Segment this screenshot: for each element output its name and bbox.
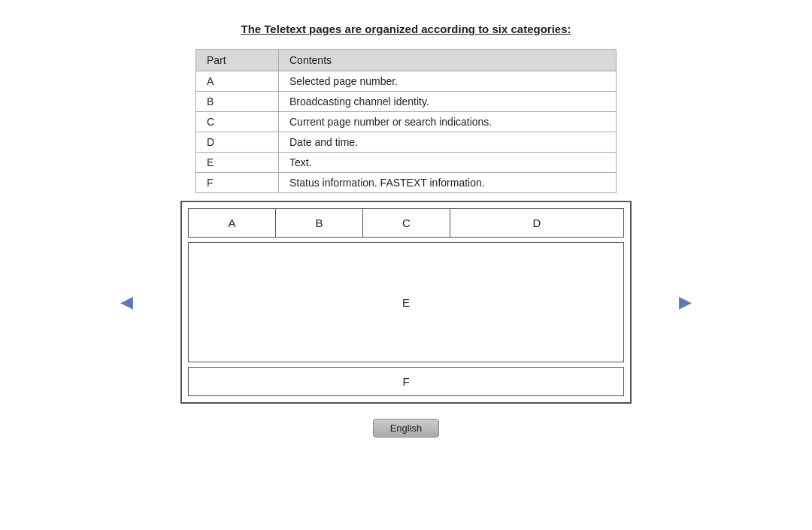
main-content: The Teletext pages are organized accordi… <box>0 0 812 438</box>
diagram-cell-c: C <box>363 209 450 237</box>
part-c-contents: Current page number or search indication… <box>279 112 617 132</box>
part-f-label: F <box>196 173 279 193</box>
language-btn-wrapper: English <box>373 419 440 438</box>
diagram-cell-d: D <box>450 209 623 237</box>
col-header-part: Part <box>196 50 279 71</box>
part-a-contents: Selected page number. <box>279 71 617 92</box>
table-row: C Current page number or search indicati… <box>196 112 617 132</box>
part-d-contents: Date and time. <box>279 132 617 153</box>
diagram-box: A B C D E F <box>180 201 632 404</box>
language-button[interactable]: English <box>373 419 440 438</box>
part-d-label: D <box>196 132 279 153</box>
table-row: F Status information. FASTEXT informatio… <box>196 173 617 193</box>
table-row: D Date and time. <box>196 132 617 153</box>
part-f-contents: Status information. FASTEXT information. <box>279 173 617 193</box>
part-a-label: A <box>196 71 279 92</box>
part-b-label: B <box>196 92 279 112</box>
next-arrow[interactable]: ▶ <box>679 292 692 312</box>
part-b-contents: Broadcasting channel identity. <box>279 92 617 112</box>
table-row: A Selected page number. <box>196 71 617 92</box>
diagram-top-row: A B C D <box>188 208 624 238</box>
diagram-wrapper: ◀ A B C D E F ▶ <box>143 201 669 404</box>
diagram-cell-e: E <box>188 242 624 362</box>
table-row: E Text. <box>196 153 617 173</box>
part-c-label: C <box>196 112 279 132</box>
prev-arrow[interactable]: ◀ <box>120 292 133 312</box>
table-row: B Broadcasting channel identity. <box>196 92 617 112</box>
diagram-cell-b: B <box>276 209 363 237</box>
page-title: The Teletext pages are organized accordi… <box>241 23 571 35</box>
part-e-label: E <box>196 153 279 173</box>
diagram-cell-f: F <box>188 367 624 396</box>
diagram-cell-a: A <box>189 209 276 237</box>
col-header-contents: Contents <box>279 50 617 71</box>
info-table: Part Contents A Selected page number. B … <box>195 49 617 193</box>
part-e-contents: Text. <box>279 153 617 173</box>
